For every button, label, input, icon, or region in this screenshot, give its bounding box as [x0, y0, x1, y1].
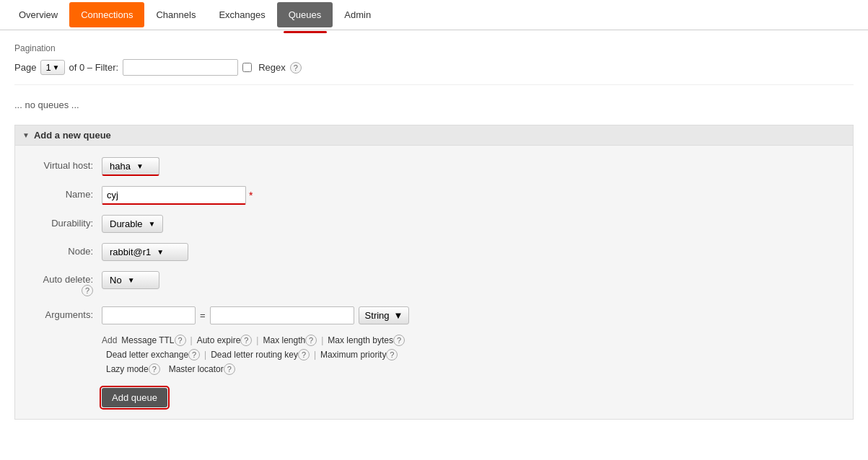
auto-delete-help-icon[interactable]: ?	[82, 285, 93, 296]
add-queue-button[interactable]: Add queue	[102, 388, 167, 407]
arguments-label: Arguments:	[30, 306, 102, 320]
add-queue-form: Virtual host: haha ▼ Name: * Durabili	[15, 146, 853, 419]
args-type-value: String	[365, 310, 390, 321]
regex-checkbox[interactable]	[242, 63, 252, 72]
virtual-host-caret-icon: ▼	[136, 162, 144, 170]
tab-queues[interactable]: Queues	[277, 2, 333, 27]
arg-link-auto-expire[interactable]: Auto expire	[197, 335, 241, 345]
node-caret-icon: ▼	[157, 248, 164, 256]
filter-input[interactable]	[123, 59, 238, 76]
name-control: *	[102, 186, 253, 205]
durability-control: Durable ▼	[102, 215, 163, 233]
page-number: 1	[45, 62, 51, 73]
add-label: Add	[102, 335, 117, 345]
add-queue-title: Add a new queue	[34, 130, 111, 141]
collapse-icon: ▼	[22, 131, 30, 139]
max-length-bytes-help-icon[interactable]: ?	[393, 335, 405, 346]
page-label: Page	[14, 62, 36, 73]
maximum-priority-help-icon[interactable]: ?	[386, 349, 398, 361]
node-control: rabbit@r1 ▼	[102, 243, 188, 261]
top-navigation: Overview Connections Channels Exchanges …	[0, 0, 868, 30]
auto-delete-dropdown[interactable]: No ▼	[102, 271, 159, 289]
regex-label: Regex	[258, 62, 286, 73]
arg-link-lazy-mode[interactable]: Lazy mode	[106, 364, 149, 374]
master-locator-help-icon[interactable]: ?	[224, 363, 235, 375]
page-arrow-icon: ▼	[53, 63, 60, 71]
arg-link-max-length[interactable]: Max length	[263, 335, 305, 345]
equals-sign: =	[200, 310, 206, 321]
arg-link-max-length-bytes[interactable]: Max length bytes	[328, 335, 393, 345]
args-key-input[interactable]	[102, 306, 196, 324]
arg-link-maximum-priority[interactable]: Maximum priority	[320, 350, 386, 360]
auto-expire-help-icon[interactable]: ?	[240, 335, 252, 346]
node-value: rabbit@r1	[110, 247, 151, 257]
virtual-host-row: Virtual host: haha ▼	[30, 157, 838, 176]
name-label: Name:	[30, 186, 102, 200]
pagination-title: Pagination	[14, 43, 854, 53]
tab-channels[interactable]: Channels	[144, 2, 207, 27]
pagination-section: Pagination Page 1 ▼ of 0 – Filter: Regex…	[14, 43, 854, 85]
dead-letter-routing-key-help-icon[interactable]: ?	[298, 349, 310, 361]
auto-delete-control: No ▼	[102, 271, 159, 289]
lazy-mode-help-icon[interactable]: ?	[149, 363, 160, 375]
tab-exchanges[interactable]: Exchanges	[207, 2, 276, 27]
args-type-dropdown[interactable]: String ▼	[359, 306, 410, 324]
dead-letter-exchange-help-icon[interactable]: ?	[188, 349, 200, 361]
durability-caret-icon: ▼	[149, 220, 156, 228]
node-dropdown[interactable]: rabbit@r1 ▼	[102, 243, 188, 261]
name-row: Name: *	[30, 186, 838, 205]
args-val-input[interactable]	[210, 306, 354, 324]
virtual-host-label: Virtual host:	[30, 157, 102, 171]
add-queue-header[interactable]: ▼ Add a new queue	[15, 125, 853, 146]
add-links-row-1: Add Message TTL ? | Auto expire ? | Max …	[102, 335, 838, 346]
arguments-row: Arguments: = String ▼	[30, 306, 838, 324]
auto-delete-row: Auto delete: ? No ▼	[30, 271, 838, 296]
arguments-control: = String ▼	[102, 306, 409, 324]
of-text: of 0 – Filter:	[69, 62, 119, 73]
message-ttl-help-icon[interactable]: ?	[175, 335, 186, 346]
tab-admin[interactable]: Admin	[333, 2, 382, 27]
arg-link-master-locator[interactable]: Master locator	[169, 364, 224, 374]
name-input[interactable]	[102, 186, 246, 205]
virtual-host-control: haha ▼	[102, 157, 159, 176]
virtual-host-dropdown[interactable]: haha ▼	[102, 157, 159, 176]
virtual-host-value: haha	[110, 161, 131, 172]
btn-row: Add queue	[102, 381, 838, 407]
arg-link-message-ttl[interactable]: Message TTL	[121, 335, 174, 345]
arg-link-dead-letter-exchange[interactable]: Dead letter exchange	[106, 350, 188, 360]
durability-dropdown[interactable]: Durable ▼	[102, 215, 163, 233]
page-dropdown-btn[interactable]: 1 ▼	[40, 60, 64, 75]
main-content: Pagination Page 1 ▼ of 0 – Filter: Regex…	[0, 30, 868, 427]
auto-delete-value: No	[110, 275, 122, 286]
max-length-help-icon[interactable]: ?	[305, 335, 317, 346]
no-queues-message: ... no queues ...	[14, 99, 854, 110]
page-control: Page 1 ▼ of 0 – Filter: Regex ?	[14, 59, 854, 76]
add-links-row-2: Dead letter exchange ? | Dead letter rou…	[106, 349, 838, 361]
regex-help-icon[interactable]: ?	[290, 62, 302, 74]
node-label: Node:	[30, 243, 102, 257]
arg-link-dead-letter-routing-key[interactable]: Dead letter routing key	[211, 350, 298, 360]
durability-row: Durability: Durable ▼	[30, 215, 838, 233]
tab-connections[interactable]: Connections	[69, 2, 144, 27]
args-type-caret-icon: ▼	[394, 310, 403, 321]
auto-delete-caret-icon: ▼	[128, 276, 135, 284]
durability-value: Durable	[110, 218, 143, 229]
durability-label: Durability:	[30, 215, 102, 229]
add-links-row-3: Lazy mode ? Master locator ?	[106, 363, 838, 375]
tab-overview[interactable]: Overview	[7, 2, 69, 27]
required-star: *	[249, 190, 253, 201]
auto-delete-label: Auto delete: ?	[30, 271, 102, 296]
node-row: Node: rabbit@r1 ▼	[30, 243, 838, 261]
add-queue-section: ▼ Add a new queue Virtual host: haha ▼ N…	[14, 125, 854, 420]
args-row: = String ▼	[102, 306, 409, 324]
